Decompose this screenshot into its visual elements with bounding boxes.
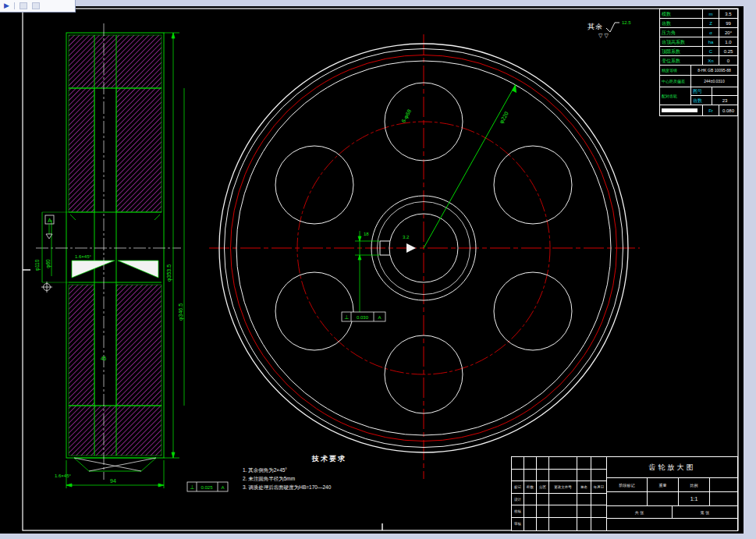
table-row-accuracy: 精度等级 8-HK GB 10095-88	[660, 66, 737, 76]
table-row: 模数 m 3.5	[660, 9, 737, 19]
app-toolbar-fragment: ▶	[0, 0, 76, 12]
param-symbol: α	[703, 28, 719, 37]
web-width-label: 45	[101, 356, 107, 361]
center-distance-label: 中心距及偏差	[660, 76, 691, 87]
svg-text:A: A	[48, 218, 51, 223]
table-row: 变位系数 Xn 0	[660, 56, 737, 66]
table-row: 压力角 α 20°	[660, 28, 737, 37]
param-label: 齿顶高系数	[660, 37, 703, 46]
drawing-title: 齿轮放大图	[607, 457, 737, 478]
bore-diameter-label: φ60	[45, 259, 51, 268]
tech-req-item: 3. 调质处理后齿面硬度为HB=170—240	[236, 483, 422, 491]
param-value: 99	[719, 19, 737, 27]
mating-gear-label: 配对齿轮	[660, 87, 691, 105]
svg-text:A: A	[221, 485, 224, 490]
highlight-cell	[660, 105, 703, 115]
hub-diameter-label: φ110	[34, 259, 41, 271]
table-row: 齿顶高系数 ha 1.0	[660, 37, 737, 47]
toolbar-button[interactable]	[20, 2, 27, 9]
tolerance-frame-front: ⊥ 0.030 A	[342, 312, 385, 321]
svg-text:A: A	[378, 315, 381, 320]
chamfer-mid-label: 1.6×45°	[75, 254, 92, 259]
svg-text:0.030: 0.030	[357, 315, 369, 320]
param-label: 压力角	[660, 28, 703, 37]
title-block: 标记 处数 分区 更改文件号 签名 年月日 设计 校核 审核 齿轮放大图	[511, 456, 738, 531]
keyway-width-label: 18	[364, 232, 369, 236]
param-value: 0.25	[719, 47, 737, 55]
role-label: 审核	[512, 518, 524, 530]
accuracy-value: 8-HK GB 10095-88	[691, 66, 737, 75]
sheet-number: 第 张	[673, 506, 737, 518]
table-row-center-distance: 中心距及偏差 244±0.0310	[660, 76, 737, 87]
table-row-mating-gear: 配对齿轮 图号 齿数 23	[660, 87, 737, 105]
accuracy-label: 精度等级	[660, 66, 691, 75]
mate-value: 23	[712, 96, 737, 105]
roughness-check-icon	[605, 22, 619, 34]
table-row: 齿数 Z 99	[660, 19, 737, 28]
toolbar-separator	[14, 2, 15, 9]
runout-value: 0.080	[719, 105, 737, 115]
param-value: 20°	[719, 28, 737, 37]
toolbar-button[interactable]	[32, 2, 40, 9]
scale-label: 比例	[679, 478, 710, 491]
role-label: 校核	[512, 505, 524, 517]
title-block-right: 齿轮放大图 阶段标记 重量 比例 1:1 共 张 第 张	[607, 457, 737, 530]
tech-req-item: 1. 其余倒角为2×45°	[236, 466, 422, 474]
rev-col: 年月日	[591, 481, 606, 493]
pitch-diameter-label: φ346.5	[178, 303, 184, 321]
mate-key: 图号	[691, 87, 712, 95]
scale-value: 1:1	[679, 492, 710, 505]
role-label: 设计	[512, 494, 524, 505]
mate-value	[712, 87, 737, 95]
mate-key: 齿数	[691, 96, 712, 105]
center-distance-value: 244±0.0310	[691, 76, 737, 87]
rev-col: 分区	[537, 481, 549, 493]
param-symbol: Xn	[703, 56, 719, 65]
tech-req-title: 技术要求	[236, 454, 422, 464]
revision-header-row: 标记 处数 分区 更改文件号 签名 年月日	[512, 481, 606, 494]
param-symbol: m	[703, 9, 719, 18]
sheet-total: 共 张	[607, 506, 673, 518]
param-value: 0	[719, 56, 737, 65]
gear-parameter-table: 模数 m 3.5 齿数 Z 99 压力角 α 20° 齿顶高系数 ha 1.0 …	[659, 9, 738, 116]
technical-requirements: 技术要求 1. 其余倒角为2×45° 2. 未注圆角半径为5mm 3. 调质处理…	[236, 454, 422, 491]
param-label: 顶隙系数	[660, 47, 703, 55]
dim-94-label: 94	[110, 478, 116, 484]
tip-diameter-label: φ353.5	[166, 264, 172, 282]
roughness-value: 12.5	[622, 20, 631, 25]
param-value: 1.0	[719, 37, 737, 46]
param-value: 3.5	[719, 9, 737, 18]
rev-col: 处数	[524, 481, 537, 493]
weight-label: 重量	[648, 478, 679, 491]
svg-text:⊥: ⊥	[190, 484, 194, 490]
highlight-bar	[662, 108, 697, 112]
param-symbol: C	[703, 47, 719, 55]
surface-roughness-note: 其余 12.5 ▽▽	[587, 22, 631, 39]
svg-text:0.025: 0.025	[201, 485, 213, 490]
rev-col: 签名	[577, 481, 591, 493]
roughness-triangle-marks: ▽▽	[598, 33, 631, 39]
table-row: 顶隙系数 C 0.25	[660, 47, 737, 56]
stage-label: 阶段标记	[607, 478, 648, 491]
qiyu-text: 其余	[587, 22, 603, 32]
tolerance-frame-left: ⊥ 0.025 A	[187, 482, 228, 491]
param-label: 齿数	[660, 19, 703, 27]
play-triangle-icon[interactable]: ▶	[4, 2, 9, 9]
param-label: 变位系数	[660, 56, 703, 65]
svg-text:⊥: ⊥	[344, 314, 349, 320]
tech-req-item: 2. 未注圆角半径为5mm	[236, 474, 422, 483]
runout-symbol: Fr	[703, 105, 719, 115]
chamfer-bottom-label: 1.6×45°	[55, 473, 72, 478]
revision-table: 标记 处数 分区 更改文件号 签名 年月日 设计 校核 审核	[512, 457, 607, 530]
rev-col: 标记	[512, 481, 524, 493]
param-label: 模数	[660, 9, 703, 18]
bore-roughness-label: 3.2	[403, 235, 410, 239]
table-row-runout: Fr 0.080	[660, 105, 737, 115]
param-symbol: ha	[703, 37, 719, 46]
param-symbol: Z	[703, 19, 719, 27]
rev-col: 更改文件号	[549, 481, 577, 493]
